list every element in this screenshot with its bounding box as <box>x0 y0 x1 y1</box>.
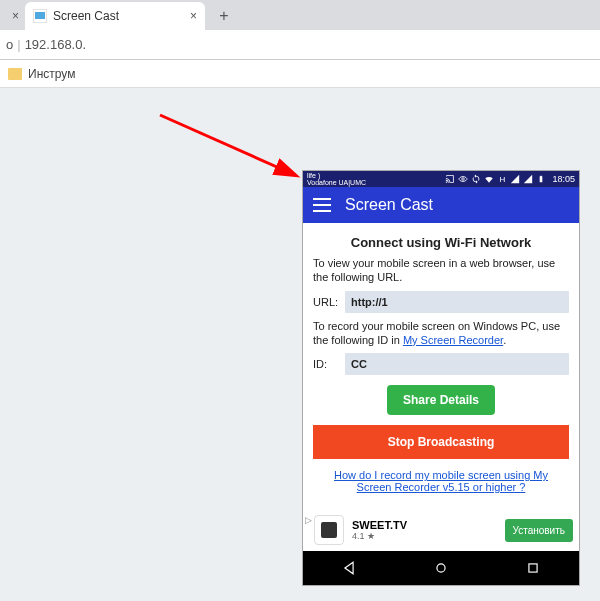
url-label: URL: <box>313 296 345 308</box>
tab-favicon <box>33 9 47 23</box>
ad-app-icon <box>314 515 344 545</box>
separator: | <box>17 37 20 52</box>
view-text: To view your mobile screen in a web brow… <box>313 256 569 285</box>
phone-content: Connect using Wi-Fi Network To view your… <box>303 223 579 509</box>
id-field[interactable]: CC <box>345 353 569 375</box>
android-navbar <box>303 551 579 585</box>
ad-app-name: SWEET.TV <box>352 519 407 531</box>
cast-icon <box>445 174 455 184</box>
browser-tab-0[interactable]: × <box>0 2 23 30</box>
arrow-annotation <box>155 110 315 190</box>
screen-recorder-link[interactable]: My Screen Recorder <box>403 334 503 346</box>
signal-icon: H <box>497 174 507 184</box>
folder-icon <box>8 68 22 80</box>
svg-line-3 <box>160 115 295 175</box>
address-bar[interactable]: o | 192.168.0. <box>0 30 600 60</box>
eye-icon <box>458 174 468 184</box>
ad-rating: 4.1 ★ <box>352 531 407 541</box>
browser-tabstrip: × Screen Cast × + <box>0 0 600 30</box>
browser-tab-1[interactable]: Screen Cast × <box>25 2 205 30</box>
svg-rect-1 <box>35 12 45 19</box>
carrier-text: life ) Vodafone UA|UMC <box>307 172 366 186</box>
hamburger-icon[interactable] <box>313 198 331 212</box>
ad-banner[interactable]: ▷ SWEET.TV 4.1 ★ Установить <box>303 509 579 551</box>
phone-statusbar: life ) Vodafone UA|UMC H 18:05 <box>303 171 579 187</box>
stop-broadcasting-button[interactable]: Stop Broadcasting <box>313 425 569 459</box>
svg-rect-6 <box>313 204 331 206</box>
battery-icon <box>536 174 546 184</box>
bookmarks-bar: Инструм <box>0 60 600 88</box>
phone-screenshot: life ) Vodafone UA|UMC H 18:05 Screen Ca… <box>302 170 580 586</box>
recents-button[interactable] <box>513 558 553 578</box>
wifi-icon <box>484 174 494 184</box>
id-label: ID: <box>313 358 345 370</box>
signal-bars-icon <box>510 174 520 184</box>
svg-rect-5 <box>313 198 331 200</box>
content-heading: Connect using Wi-Fi Network <box>313 235 569 250</box>
sync-icon <box>471 174 481 184</box>
tab-title: Screen Cast <box>53 9 119 23</box>
clock-text: 18:05 <box>552 174 575 184</box>
record-text: To record your mobile screen on Windows … <box>313 319 569 348</box>
phone-appbar: Screen Cast <box>303 187 579 223</box>
new-tab-button[interactable]: + <box>211 4 237 28</box>
close-icon[interactable]: × <box>190 9 197 23</box>
share-details-button[interactable]: Share Details <box>387 385 495 415</box>
appbar-title: Screen Cast <box>345 196 433 214</box>
address-text: 192.168.0. <box>25 37 86 52</box>
back-button[interactable] <box>329 558 369 578</box>
svg-rect-7 <box>313 210 331 212</box>
svg-point-8 <box>437 564 445 572</box>
help-link[interactable]: How do I record my mobile screen using M… <box>317 469 565 493</box>
ad-info: SWEET.TV 4.1 ★ <box>352 519 407 541</box>
home-button[interactable] <box>421 558 461 578</box>
install-button[interactable]: Установить <box>505 519 574 542</box>
url-field[interactable]: http://1 <box>345 291 569 313</box>
signal-bars-icon <box>523 174 533 184</box>
address-prefix: o <box>6 37 13 52</box>
close-icon[interactable]: × <box>12 9 19 23</box>
svg-rect-9 <box>529 564 537 572</box>
svg-point-4 <box>462 178 465 181</box>
ad-close-icon[interactable]: ▷ <box>305 515 312 525</box>
bookmark-item[interactable]: Инструм <box>28 67 75 81</box>
